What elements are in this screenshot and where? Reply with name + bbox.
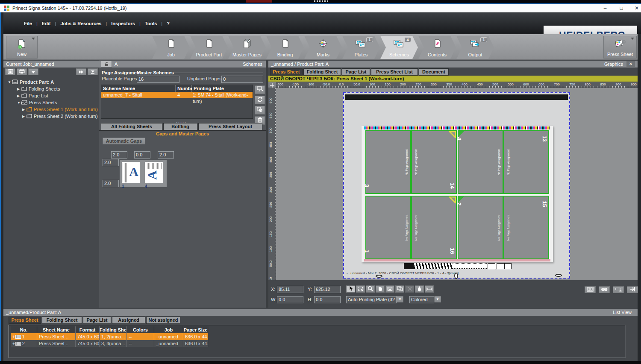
tree-item-folding-sheets[interactable]: ▶Folding Sheets — [17, 85, 60, 92]
sheet-col-folding-sheet[interactable]: Folding Sheet — [100, 326, 127, 333]
sheet-cell-folding-sheet[interactable]: 3, 4(unna... — [100, 340, 127, 347]
col-number[interactable]: Number — [176, 85, 192, 92]
tab-all-folding-sheets[interactable]: All Folding Sheets — [101, 123, 162, 130]
sheet-cell-sheet-name[interactable]: Press Sheet ... — [37, 333, 76, 340]
sheet-list-button[interactable] — [585, 286, 596, 293]
page-cell-3[interactable]: 3No Page Assignment — [365, 130, 411, 194]
workflow-step-output[interactable]: 1Output — [456, 36, 494, 59]
sheet-col-colors[interactable]: Colors — [127, 326, 154, 333]
press-sheet-dropdown-arrow[interactable] — [631, 38, 634, 40]
close-button[interactable]: ✕ — [628, 4, 641, 13]
assign-monitor-button[interactable] — [255, 85, 265, 94]
page-cell-16[interactable]: 16No Page Assignment — [411, 196, 457, 259]
scheme-gear-button[interactable] — [255, 106, 265, 114]
sheet-table-row[interactable]: +2Press Sheet ...745.0 x 60...3, 4(unna.… — [11, 340, 208, 347]
sheet-cell-colors[interactable]: -- — [127, 333, 154, 340]
bottom-tab-folding-sheet[interactable]: Folding Sheet — [42, 317, 82, 324]
workflow-step-master-pages[interactable]: Master Pages — [228, 36, 266, 59]
save-button[interactable] — [5, 68, 15, 75]
measure-x-button[interactable] — [613, 286, 624, 293]
tree-item-product-part-a[interactable]: ▼Product Part: A — [8, 79, 54, 85]
sheet-cell-job[interactable]: _unnamed — [154, 333, 183, 340]
scheme-row-number[interactable]: 4 — [176, 92, 192, 98]
move-down-button[interactable] — [88, 68, 98, 75]
menu-item-edit[interactable]: Edit — [38, 20, 55, 27]
bottom-tab-page-list[interactable]: Page List — [83, 317, 111, 324]
graphics-close-button[interactable]: ✕ — [626, 61, 635, 67]
sheet-cell-job[interactable]: _unnamed — [154, 340, 183, 347]
chevron-down-icon[interactable]: ▼ — [8, 80, 12, 84]
workflow-step-schemes[interactable]: 4Schemes — [380, 36, 418, 59]
page-cell-2[interactable]: 2No Page Assignment — [458, 196, 503, 259]
menu-item-tools[interactable]: Tools — [141, 20, 162, 27]
sheet-cell-paper-size[interactable]: 636.0 x 44... — [183, 333, 208, 340]
hand-tool[interactable] — [376, 285, 385, 293]
viewer-tab-press-sheet-list[interactable]: Press Sheet List — [371, 68, 418, 76]
viewer-tab-document[interactable]: Document — [419, 68, 449, 76]
sheet-cell-format[interactable]: 745.0 x 60... — [76, 340, 100, 347]
tab-press-sheet-layout[interactable]: Press Sheet Layout — [198, 123, 262, 130]
gears-button[interactable] — [599, 286, 610, 293]
sheet-col-sheet-name[interactable]: Sheet Name — [37, 326, 76, 333]
bottom-tab-assigned[interactable]: Assigned — [112, 317, 145, 324]
col-scheme-name[interactable]: Scheme Name — [101, 85, 176, 92]
sheet-cell-sheet-name[interactable]: Press Sheet ... — [37, 340, 76, 347]
sheet-cell-format[interactable]: 745.0 x 60... — [76, 333, 100, 340]
minimize-button[interactable]: – — [597, 4, 614, 13]
zoom-select[interactable]: Auto Printing Plate (32 %) — [346, 296, 397, 303]
master-page-thumb-2[interactable]: A 4 — [144, 161, 164, 184]
x-field[interactable]: 85.11 — [277, 286, 303, 293]
sheet-col-job[interactable]: Job — [154, 326, 183, 333]
chevron-right-icon[interactable]: ▶ — [22, 114, 26, 118]
page-cell-15[interactable]: 15No Page Assignment — [503, 196, 549, 259]
col-printing-plate[interactable]: Printing Plate — [192, 85, 253, 92]
sheet-cell-colors[interactable]: -- — [127, 340, 154, 347]
scheme-row-name[interactable]: unnamed_7 - Sitall — [101, 92, 176, 98]
sheet-canvas[interactable]: 3No Page Assignment14No Page Assignment4… — [276, 88, 638, 280]
workflow-step-plates[interactable]: 1Plates — [342, 36, 380, 59]
page-cell-4[interactable]: 4No Page Assignment — [458, 130, 503, 194]
sheet-row-expander-cell[interactable]: +2 — [11, 340, 37, 347]
tree-item-press-sheet-2-work-and-turn-[interactable]: ▶Press Sheet 2 (Work-and-turn) — [22, 113, 98, 120]
chevron-down-icon[interactable]: ▼ — [17, 101, 21, 105]
scheme-row-plate[interactable]: 1: SM 74 - Sitall (Work-and-turn) — [192, 92, 253, 98]
cursor-tool[interactable] — [346, 285, 355, 293]
sheet-col-format[interactable]: Format — [76, 326, 100, 333]
workflow-step-marks[interactable]: Marks — [304, 36, 342, 59]
menu-item-file[interactable]: File — [20, 20, 36, 27]
measure-tool[interactable] — [425, 285, 434, 293]
sheet-row-expander-cell[interactable]: +1 — [11, 333, 37, 341]
zoom-select-arrow[interactable]: ▼ — [397, 296, 403, 302]
collapse-button[interactable] — [627, 286, 638, 293]
y-field[interactable]: 625.12 — [314, 286, 341, 293]
maximize-button[interactable]: □ — [613, 4, 630, 13]
tree-item-page-list[interactable]: ▶Page List — [17, 92, 48, 99]
master-page-thumb-1[interactable]: A 1 — [121, 161, 141, 184]
color-mode-select[interactable]: Colored — [409, 296, 434, 303]
page-cell-14[interactable]: 14No Page Assignment — [411, 130, 457, 194]
press-sheet-button[interactable]: Press Sheet — [603, 36, 637, 59]
workflow-step-job[interactable]: Job — [152, 36, 190, 59]
menu-item--[interactable]: ? — [162, 20, 174, 27]
gap-top-2[interactable]: 0.0 — [134, 151, 150, 159]
automatic-gaps-button[interactable]: Automatic Gaps — [103, 138, 145, 144]
sheet-table-row[interactable]: +1Press Sheet ...745.0 x 60...1, 2(unna.… — [11, 333, 208, 340]
gap-top-1[interactable]: 2.0 — [111, 151, 127, 159]
tree-item-press-sheets[interactable]: ▼Press Sheets — [17, 99, 57, 106]
frame-tool[interactable] — [385, 285, 394, 293]
workflow-step-binding[interactable]: Binding — [266, 36, 304, 59]
print-button[interactable] — [17, 68, 27, 75]
placeable-pages-field[interactable]: 16 — [137, 76, 179, 83]
sheet-cell-folding-sheet[interactable]: 1, 2(unna... — [100, 333, 127, 340]
sheet-col-paper-size[interactable]: Paper Size — [183, 326, 208, 333]
viewer-tab-page-list[interactable]: Page List — [342, 68, 370, 76]
page-cell-1[interactable]: 1No Page Assignment — [365, 196, 411, 259]
page-cell-13[interactable]: 13No Page Assignment — [503, 130, 549, 194]
pages-tool[interactable] — [395, 285, 404, 293]
menu-item-jobs-resources[interactable]: Jobs & Resources — [56, 20, 106, 27]
marquee-tool[interactable] — [356, 285, 365, 293]
viewer-tab-folding-sheet[interactable]: Folding Sheet — [303, 68, 341, 76]
workflow-step-product-part[interactable]: Product Part — [190, 36, 228, 59]
new-dropdown-arrow[interactable] — [32, 38, 35, 40]
expand-plus-icon[interactable]: + — [12, 335, 15, 339]
